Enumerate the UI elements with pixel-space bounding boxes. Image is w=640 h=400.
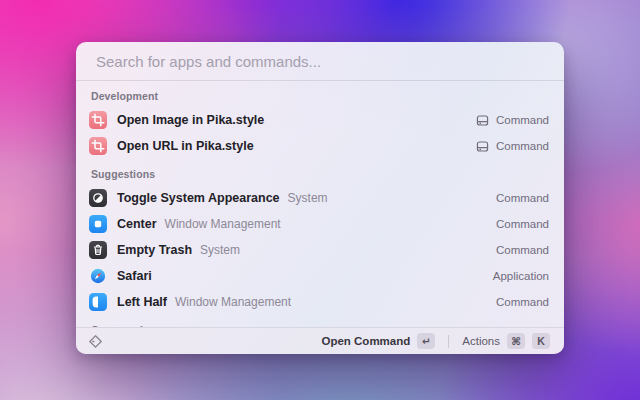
item-title: Left Half [117, 295, 167, 309]
footer-divider [448, 335, 449, 348]
footer-bar: Open Command ↵ Actions ⌘ K [76, 327, 564, 354]
safari-icon [89, 267, 107, 285]
list-item-open-image-pika[interactable]: Open Image in Pika.style Command [89, 107, 549, 133]
item-accessory-label: Command [496, 192, 549, 204]
item-subtitle: System [288, 191, 328, 205]
launcher-window: Development Open Image in Pika.style Com… [76, 42, 564, 354]
section-header-development: Development [89, 81, 549, 107]
item-accessory-label: Command [496, 244, 549, 256]
item-accessory-label: Command [496, 114, 549, 126]
item-subtitle: Window Management [175, 295, 291, 309]
list-item-left-half[interactable]: Left Half Window Management Command [89, 289, 549, 315]
item-title: Empty Trash [117, 243, 192, 257]
command-key-hint: ⌘ [507, 333, 525, 349]
list-item-toggle-system-appearance[interactable]: Toggle System Appearance System Command [89, 185, 549, 211]
pika-style-crop-icon [89, 111, 107, 129]
list-item-open-url-pika[interactable]: Open URL in Pika.style Command [89, 133, 549, 159]
raycast-logo-icon [88, 334, 103, 349]
item-title: Safari [117, 269, 152, 283]
item-accessory-label: Command [496, 140, 549, 152]
extension-box-icon [475, 113, 490, 128]
search-bar [76, 42, 564, 81]
item-title: Open Image in Pika.style [117, 113, 264, 127]
window-center-icon [89, 215, 107, 233]
list-item-center[interactable]: Center Window Management Command [89, 211, 549, 237]
item-accessory-label: Command [496, 296, 549, 308]
item-accessory-label: Application [493, 270, 549, 282]
extension-box-icon [475, 139, 490, 154]
section-header-suggestions: Suggestions [89, 159, 549, 185]
k-key-hint: K [532, 333, 550, 349]
item-title: Toggle System Appearance [117, 191, 280, 205]
pika-style-crop-icon [89, 137, 107, 155]
section-header-commands: Commands [89, 315, 549, 327]
actions-button[interactable]: Actions ⌘ K [458, 331, 554, 351]
item-subtitle: System [200, 243, 240, 257]
item-accessory-label: Command [496, 218, 549, 230]
open-command-button[interactable]: Open Command ↵ [317, 331, 439, 351]
search-input[interactable] [96, 53, 544, 70]
empty-trash-icon [89, 241, 107, 259]
window-left-half-icon [89, 293, 107, 311]
item-title: Open URL in Pika.style [117, 139, 254, 153]
results-list: Development Open Image in Pika.style Com… [76, 81, 564, 327]
list-item-safari[interactable]: Safari Application [89, 263, 549, 289]
open-command-label: Open Command [321, 335, 410, 347]
item-title: Center [117, 217, 157, 231]
toggle-appearance-icon [89, 189, 107, 207]
actions-label: Actions [462, 335, 500, 347]
enter-key-hint: ↵ [417, 333, 435, 349]
item-subtitle: Window Management [165, 217, 281, 231]
list-item-empty-trash[interactable]: Empty Trash System Command [89, 237, 549, 263]
